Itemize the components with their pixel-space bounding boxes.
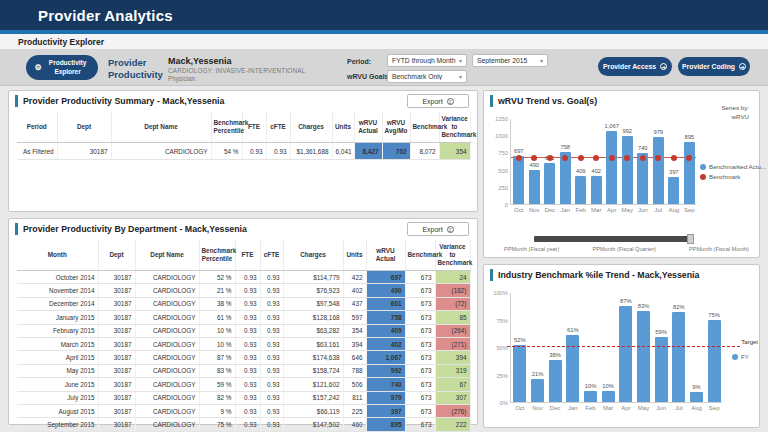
table-row[interactable]: February 201530187CARDIOLOGY10 %0.930.93… [17,324,470,337]
bar[interactable] [684,142,695,204]
legend-item[interactable]: Benchmarked Actu... [700,163,766,170]
column-header[interactable]: wRVU Actual [366,240,405,271]
provider-access-button[interactable]: Provider Access ➔ [598,57,672,76]
bar[interactable] [531,379,544,402]
table-row[interactable]: May 201530187CARDIOLOGY83 %0.930.93$158,… [17,364,470,377]
column-header[interactable]: wRVU Avg/Mo [382,112,410,143]
table-row[interactable]: July 201530187CARDIOLOGY82 %0.930.93$157… [17,391,470,404]
summary-panel-header: Provider Productivity Summary - Mack,Yes… [9,91,477,111]
bar[interactable] [637,153,648,204]
column-header[interactable]: cFTE [266,112,290,143]
column-header[interactable]: Charges [283,240,343,271]
x-tick: Jul [675,405,683,411]
table-row[interactable]: June 201530187CARDIOLOGY59 %0.930.93$121… [17,378,470,391]
bar[interactable] [513,156,524,204]
slider-handle[interactable] [687,234,694,244]
column-header[interactable]: Month [17,240,98,271]
benchmark-dot[interactable] [578,155,584,161]
legend-item[interactable]: FY [732,353,749,360]
benchmark-dot[interactable] [562,155,568,161]
table-cell: (182) [435,284,470,297]
table-row[interactable]: December 201430187CARDIOLOGY38 %0.930.93… [17,297,470,310]
bar[interactable] [602,391,615,402]
bar[interactable] [529,170,540,204]
table-row[interactable]: April 201530187CARDIOLOGY87 %0.930.93$17… [17,351,470,364]
column-header[interactable]: Dept [57,112,111,143]
table-cell: 673 [405,364,435,377]
column-header[interactable]: Dept Name [135,240,199,271]
export-button[interactable]: Export ↧ [407,94,469,108]
column-header[interactable]: Units [332,112,354,143]
benchmark-dot[interactable] [640,155,646,161]
bar[interactable] [708,320,721,403]
bar[interactable] [619,306,632,402]
benchmark-dot[interactable] [655,155,661,161]
circle-arrow-icon: ➔ [660,63,667,70]
column-header[interactable]: Benchmark Percentile [199,240,235,271]
column-header[interactable]: Benchmark Percentile [211,112,242,143]
bar[interactable] [549,360,562,402]
period-zoom-slider[interactable] [534,236,692,242]
column-header[interactable]: Dept Name [111,112,211,143]
bar-value-label: 1,067 [604,123,619,129]
bar[interactable] [566,335,579,402]
period-dropdown[interactable]: FYTD through Month ▾ [387,54,467,67]
column-header[interactable]: Benchmark [410,112,439,143]
table-cell: 0.93 [242,143,266,160]
table-row[interactable]: August 201530187CARDIOLOGY9 %0.930.93$66… [17,404,470,417]
table-cell: 30187 [98,378,135,391]
legend-item[interactable]: Benchmark [700,173,766,180]
table-cell: 83 % [199,364,235,377]
benchmark-chart-legend: FY [732,353,749,363]
productivity-explorer-button[interactable]: ⚙ Productivity Explorer [26,55,98,80]
column-header[interactable]: FTE [235,240,260,271]
column-header[interactable]: Period [17,112,57,143]
benchmark-dot[interactable] [671,155,677,161]
bar[interactable] [622,136,633,204]
benchmark-dot[interactable] [593,155,599,161]
benchmark-dot[interactable] [609,155,615,161]
bar[interactable] [575,176,586,204]
table-row[interactable]: September 201530187CARDIOLOGY75 %0.930.9… [17,418,470,431]
benchmark-dot[interactable] [516,155,522,161]
column-header[interactable]: FTE [242,112,266,143]
benchmark-dot[interactable] [547,155,553,161]
column-header[interactable]: Charges [290,112,332,143]
table-cell: 0.93 [260,404,283,417]
table-row[interactable]: March 201530187CARDIOLOGY10 %0.930.93$63… [17,337,470,350]
table-cell: 10 % [199,337,235,350]
table-row[interactable]: As Filtered30187CARDIOLOGY54 %0.930.93$1… [17,143,470,160]
bar-value-label: 87% [620,298,632,304]
period-month-dropdown[interactable]: September 2015 ▾ [472,54,548,67]
table-cell: 10 % [199,324,235,337]
provider-coding-button[interactable]: Provider Coding ➔ [678,57,750,76]
table-cell: CARDIOLOGY [135,378,199,391]
bar[interactable] [690,392,703,402]
column-header[interactable]: Units [343,240,366,271]
wrvu-goals-dropdown[interactable]: Benchmark Only ▾ [387,70,467,83]
table-row[interactable]: November 201430187CARDIOLOGY21 %0.930.93… [17,284,470,297]
bar[interactable] [606,131,617,204]
column-header[interactable]: cFTE [260,240,283,271]
benchmark-dot[interactable] [531,155,537,161]
column-header[interactable]: wRVU Actual [354,112,382,143]
bar[interactable] [513,345,526,402]
table-cell: 0.93 [260,311,283,324]
bar[interactable] [637,311,650,402]
bar[interactable] [591,176,602,204]
table-row[interactable]: October 201430187CARDIOLOGY52 %0.930.93$… [17,271,470,284]
column-header[interactable]: Benchmark [405,240,435,271]
benchmark-dot[interactable] [624,155,630,161]
bar[interactable] [672,312,685,402]
column-header[interactable]: Dept [98,240,135,271]
export-button[interactable]: Export ↧ [407,222,469,236]
bar[interactable] [668,177,679,204]
bar[interactable] [653,137,664,204]
table-row[interactable]: January 201530187CARDIOLOGY61 %0.930.93$… [17,311,470,324]
table-cell: 67 [435,378,470,391]
x-tick: Sep [709,405,720,411]
bar[interactable] [544,163,555,204]
provider-name: Mack,Yessenia [168,56,232,66]
bar[interactable] [584,391,597,402]
benchmark-dot[interactable] [686,155,692,161]
